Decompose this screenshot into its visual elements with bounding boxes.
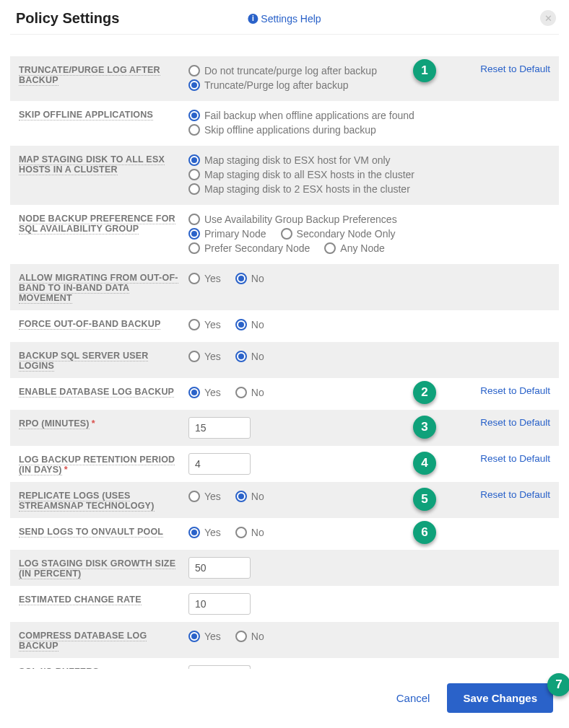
option-label: Map staging disk to ESX host for VM only xyxy=(204,154,391,166)
option-label: Prefer Secondary Node xyxy=(204,242,310,254)
reset-to-default-link[interactable]: Reset to Default xyxy=(480,385,550,396)
row-label: MAP STAGING DISK TO ALL ESX HOSTS IN A C… xyxy=(19,154,165,175)
no-label: No xyxy=(251,273,264,284)
close-icon[interactable]: ✕ xyxy=(540,10,556,26)
row-backup-sql-logins: BACKUP SQL SERVER USER LOGINS Yes No xyxy=(10,342,559,378)
radio-option[interactable] xyxy=(188,124,200,136)
radio-yes[interactable] xyxy=(188,527,200,538)
row-label: LOG BACKUP RETENTION PERIOD (IN DAYS) xyxy=(19,455,175,475)
rpo-input[interactable] xyxy=(188,417,251,439)
growth-input[interactable] xyxy=(188,557,251,579)
radio-option[interactable] xyxy=(188,79,200,91)
yes-label: Yes xyxy=(204,631,221,642)
option-label: Map staging disk to 2 ESX hosts in the c… xyxy=(204,183,410,195)
yes-label: Yes xyxy=(204,387,221,398)
radio-option[interactable] xyxy=(188,242,200,254)
row-node-backup-preference: NODE BACKUP PREFERENCE FOR SQL AVAILABIL… xyxy=(10,205,559,264)
callout-badge: 4 xyxy=(413,452,436,475)
radio-no[interactable] xyxy=(235,319,247,330)
row-label: FORCE OUT-OF-BAND BACKUP xyxy=(19,319,160,330)
row-replicate-logs: REPLICATE LOGS (USES STREAMSNAP TECHNOLO… xyxy=(10,482,559,518)
no-label: No xyxy=(251,319,264,330)
row-label: RPO (MINUTES) xyxy=(19,418,90,429)
row-growth-size: LOG STAGING DISK GROWTH SIZE (IN PERCENT… xyxy=(10,550,559,586)
row-label: LOG STAGING DISK GROWTH SIZE (IN PERCENT… xyxy=(19,558,175,579)
radio-option[interactable] xyxy=(188,154,200,166)
radio-option[interactable] xyxy=(188,228,200,240)
option-label: Fail backup when offline applications ar… xyxy=(204,110,414,121)
radio-no[interactable] xyxy=(235,387,247,398)
save-changes-button[interactable]: Save Changes xyxy=(447,683,553,713)
callout-badge: 7 xyxy=(547,673,569,696)
callout-badge: 2 xyxy=(413,381,436,404)
reset-to-default-link[interactable]: Reset to Default xyxy=(480,453,550,464)
row-log-retention: LOG BACKUP RETENTION PERIOD (IN DAYS)* R… xyxy=(10,446,559,482)
required-asterisk: * xyxy=(92,418,95,429)
row-force-oob: FORCE OUT-OF-BAND BACKUP Yes No xyxy=(10,310,559,342)
row-label: BACKUP SQL SERVER USER LOGINS xyxy=(19,351,148,372)
option-label: Truncate/Purge log after backup xyxy=(204,79,349,91)
dialog-body: 1 TRUNCATE/PURGE LOG AFTER BACKUP Do not… xyxy=(10,34,559,669)
row-label: ALLOW MIGRATING FROM OUT-OF-BAND TO IN-B… xyxy=(19,273,178,304)
radio-yes[interactable] xyxy=(188,631,200,642)
option-label: Skip offline applications during backup xyxy=(204,124,376,136)
radio-option[interactable] xyxy=(324,242,336,254)
reset-to-default-link[interactable]: Reset to Default xyxy=(480,63,550,74)
radio-option[interactable] xyxy=(281,228,292,240)
row-truncate-purge: TRUNCATE/PURGE LOG AFTER BACKUP Do not t… xyxy=(10,56,559,101)
row-enable-db-log: ENABLE DATABASE LOG BACKUP Yes No Reset … xyxy=(10,378,559,410)
callout-badge: 3 xyxy=(413,416,436,439)
no-label: No xyxy=(251,527,264,538)
yes-label: Yes xyxy=(204,491,221,502)
row-allow-migrating: ALLOW MIGRATING FROM OUT-OF-BAND TO IN-B… xyxy=(10,264,559,310)
no-label: No xyxy=(251,491,264,502)
radio-yes[interactable] xyxy=(188,351,200,362)
no-label: No xyxy=(251,387,264,398)
reset-to-default-link[interactable]: Reset to Default xyxy=(480,489,550,500)
yes-label: Yes xyxy=(204,527,221,538)
row-sql-io-buffers: SQL I/O BUFFERS xyxy=(10,658,559,669)
option-label: Secondary Node Only xyxy=(297,228,396,240)
row-map-staging: MAP STAGING DISK TO ALL ESX HOSTS IN A C… xyxy=(10,146,559,205)
reset-to-default-link[interactable]: Reset to Default xyxy=(480,417,550,428)
yes-label: Yes xyxy=(204,351,221,362)
radio-yes[interactable] xyxy=(188,387,200,398)
radio-yes[interactable] xyxy=(188,319,200,330)
row-label: COMPRESS DATABASE LOG BACKUP xyxy=(19,631,147,652)
row-label: NODE BACKUP PREFERENCE FOR SQL AVAILABIL… xyxy=(19,214,175,234)
row-label: REPLICATE LOGS (USES STREAMSNAP TECHNOLO… xyxy=(19,491,155,512)
policy-settings-dialog: Policy Settings i Settings Help ✕ 1 TRUN… xyxy=(0,0,569,726)
radio-yes[interactable] xyxy=(188,491,200,502)
yes-label: Yes xyxy=(204,273,221,284)
radio-option[interactable] xyxy=(188,65,200,76)
row-label: ENABLE DATABASE LOG BACKUP xyxy=(19,387,174,398)
option-label: Any Node xyxy=(340,242,384,254)
settings-help-link[interactable]: i Settings Help xyxy=(248,13,321,25)
row-label: ESTIMATED CHANGE RATE xyxy=(19,595,142,605)
radio-option[interactable] xyxy=(188,214,200,225)
row-send-onvault: SEND LOGS TO ONVAULT POOL Yes No xyxy=(10,518,559,550)
row-label: SEND LOGS TO ONVAULT POOL xyxy=(19,527,163,538)
required-asterisk: * xyxy=(64,465,68,475)
radio-no[interactable] xyxy=(235,527,247,538)
est-change-input[interactable] xyxy=(188,593,251,615)
radio-option[interactable] xyxy=(188,110,200,121)
radio-no[interactable] xyxy=(235,273,247,284)
radio-option[interactable] xyxy=(188,183,200,195)
row-rpo: RPO (MINUTES)* Reset to Default xyxy=(10,410,559,446)
option-label: Use Availability Group Backup Preference… xyxy=(204,214,397,225)
radio-no[interactable] xyxy=(235,351,247,362)
info-icon: i xyxy=(248,14,258,24)
callout-badge: 6 xyxy=(413,521,436,544)
row-label: SKIP OFFLINE APPLICATIONS xyxy=(19,110,153,120)
radio-no[interactable] xyxy=(235,631,247,642)
callout-badge: 1 xyxy=(413,59,436,82)
dialog-title: Policy Settings xyxy=(16,10,119,27)
cancel-button[interactable]: Cancel xyxy=(396,692,430,704)
no-label: No xyxy=(251,351,264,362)
radio-option[interactable] xyxy=(188,169,200,180)
radio-yes[interactable] xyxy=(188,273,200,284)
row-compress-log: COMPRESS DATABASE LOG BACKUP Yes No xyxy=(10,622,559,658)
radio-no[interactable] xyxy=(235,491,247,502)
log-retention-input[interactable] xyxy=(188,453,251,475)
